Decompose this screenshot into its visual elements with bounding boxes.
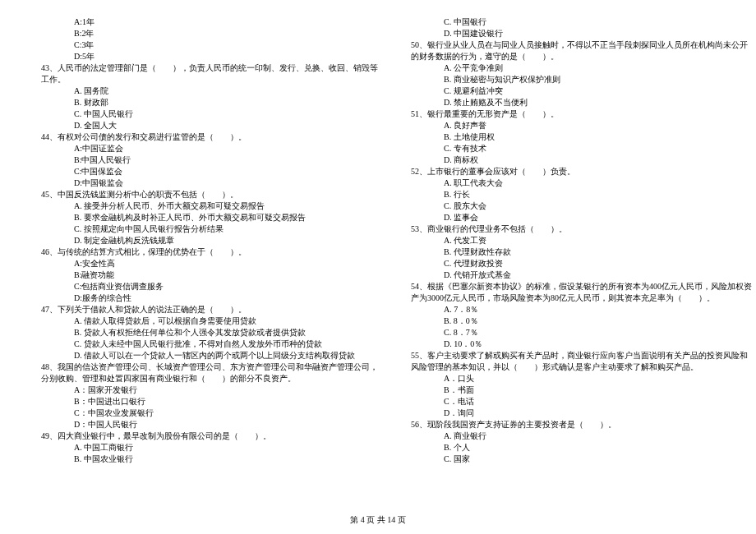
option-line: B. 财政部: [25, 97, 378, 108]
option-line: B:2年: [25, 28, 378, 39]
question-line: 43、人民币的法定管理部门是（ ），负责人民币的统一印制、发行、兑换、收回、销毁…: [25, 62, 378, 74]
option-line: C. 股东大会: [394, 200, 752, 212]
option-line: A. 良好声誉: [394, 120, 752, 131]
question-line: 52、上市银行的董事会应该对（ ）负责。: [394, 166, 752, 177]
option-line: A:中国证监会: [25, 143, 378, 154]
option-line: B. 个人: [394, 442, 752, 453]
option-line: D. 制定金融机构反洗钱规章: [25, 235, 378, 246]
option-line: D:服务的综合性: [25, 292, 378, 304]
option-line: C. 按照规定向中国人民银行报告分析结果: [25, 223, 378, 235]
option-line: A. 公平竞争准则: [394, 62, 752, 74]
option-line: A. 7．8％: [394, 304, 752, 315]
option-line: C：中国农业发展银行: [25, 407, 378, 419]
option-line: A．口头: [394, 373, 752, 384]
question-line: 46、与传统的结算方式相比，保理的优势在于（ ）。: [25, 246, 378, 258]
question-line: 54、根据《巴塞尔新资本协议》的标准，假设某银行的所有资本为400亿元人民币，风…: [394, 281, 752, 292]
option-line: D. 全国人大: [25, 120, 378, 131]
question-line: 工作。: [25, 74, 378, 85]
option-line: B:中国人民银行: [25, 154, 378, 166]
option-line: C. 中国银行: [394, 16, 752, 28]
option-line: D. 禁止贿赂及不当便利: [394, 97, 752, 108]
option-line: A. 借款人取得贷款后，可以根据自身需要使用贷款: [25, 315, 378, 327]
option-line: B. 要求金融机构及时补正人民币、外币大额交易和可疑交易报告: [25, 212, 378, 223]
option-line: A. 商业银行: [394, 430, 752, 442]
option-line: D. 借款人可以在一个贷款人一辖区内的两个或两个以上同级分支结构取得贷款: [25, 350, 378, 361]
question-line: 45、中国反洗钱监测分析中心的职责不包括（ ）。: [25, 189, 378, 200]
option-line: B. 土地使用权: [394, 131, 752, 143]
option-line: D. 10．0％: [394, 338, 752, 350]
option-line: B. 贷款人有权拒绝任何单位和个人强令其发放贷款或者提供贷款: [25, 327, 378, 338]
option-line: B：中国进出口银行: [25, 396, 378, 407]
option-line: B. 中国农业银行: [25, 453, 378, 465]
option-line: D. 代销开放式基金: [394, 269, 752, 281]
option-line: D. 中国建设银行: [394, 28, 752, 39]
option-line: C:包括商业资信调查服务: [25, 281, 378, 292]
option-line: D. 商标权: [394, 154, 752, 166]
option-line: D. 监事会: [394, 212, 752, 223]
option-line: A. 职工代表大会: [394, 177, 752, 189]
question-line: 51、银行最重要的无形资产是（ ）。: [394, 108, 752, 120]
option-line: C. 专有技术: [394, 143, 752, 154]
option-line: A. 接受并分析人民币、外币大额交易和可疑交易报告: [25, 200, 378, 212]
question-line: 47、下列关于借款人和贷款人的说法正确的是（ ）。: [25, 304, 378, 315]
option-line: D．询问: [394, 407, 752, 419]
question-line: 49、四大商业银行中，最早改制为股份有限公司的是（ ）。: [25, 430, 378, 442]
left-column: A:1年B:2年C:3年D:5年43、人民币的法定管理部门是（ ），负责人民币的…: [25, 16, 378, 505]
question-line: 分别收购、管理和处置四家国有商业银行和（ ）的部分不良资产。: [25, 373, 378, 384]
option-line: A. 代发工资: [394, 235, 752, 246]
option-line: C. 代理财政投资: [394, 258, 752, 269]
question-line: 44、有权对公司债的发行和交易进行监管的是（ ）。: [25, 131, 378, 143]
option-line: C. 中国人民银行: [25, 108, 378, 120]
option-line: B. 代理财政性存款: [394, 246, 752, 258]
option-line: C. 8．7％: [394, 327, 752, 338]
option-line: D:中国银监会: [25, 177, 378, 189]
option-line: C. 国家: [394, 453, 752, 465]
option-line: B. 8．0％: [394, 315, 752, 327]
option-line: A. 中国工商银行: [25, 442, 378, 453]
option-line: B. 商业秘密与知识产权保护准则: [394, 74, 752, 85]
question-line: 50、银行业从业人员在与同业人员接触时，不得以不正当手段刺探同业人员所在机构尚未…: [394, 39, 752, 51]
question-line: 55、客户主动要求了解或购买有关产品时，商业银行应向客户当面说明有关产品的投资风…: [394, 350, 752, 361]
option-line: B. 行长: [394, 189, 752, 200]
question-line: 风险管理的基本知识，并以（ ）形式确认是客户主动要求了解和购买产品。: [394, 361, 752, 373]
page-footer: 第 4 页 共 14 页: [0, 514, 756, 526]
question-line: 56、现阶段我国资产支持证券的主要投资者是（ ）。: [394, 419, 752, 430]
page-columns: A:1年B:2年C:3年D:5年43、人民币的法定管理部门是（ ），负责人民币的…: [25, 16, 731, 505]
question-line: 53、商业银行的代理业务不包括（ ）。: [394, 223, 752, 235]
option-line: C．电话: [394, 396, 752, 407]
option-line: A. 国务院: [25, 85, 378, 97]
question-line: 48、我国的信达资产管理公司、长城资产管理公司、东方资产管理公司和华融资产管理公…: [25, 361, 378, 373]
option-line: C. 规避利益冲突: [394, 85, 752, 97]
option-line: C:3年: [25, 39, 378, 51]
option-line: C. 贷款人未经中国人民银行批准，不得对自然人发放外币币种的贷款: [25, 338, 378, 350]
question-line: 产为3000亿元人民币，市场风险资本为80亿元人民币，则其资本充足率为（ ）。: [394, 292, 752, 304]
option-line: A:1年: [25, 16, 378, 28]
option-line: C:中国保监会: [25, 166, 378, 177]
right-column: C. 中国银行D. 中国建设银行50、银行业从业人员在与同业人员接触时，不得以不…: [394, 16, 752, 505]
option-line: D:5年: [25, 51, 378, 62]
option-line: B．书面: [394, 384, 752, 396]
option-line: A:安全性高: [25, 258, 378, 269]
option-line: D：中国人民银行: [25, 419, 378, 430]
question-line: 的财务数据的行为，遵守的是（ ）。: [394, 51, 752, 62]
option-line: B:融资功能: [25, 269, 378, 281]
option-line: A：国家开发银行: [25, 384, 378, 396]
